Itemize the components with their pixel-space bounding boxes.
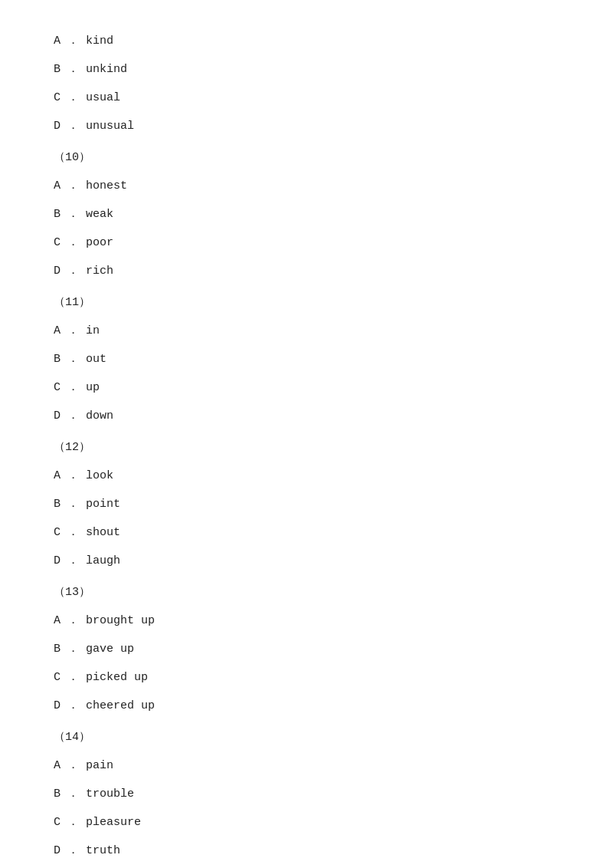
- option-line-5-3: D ． truth: [54, 840, 559, 861]
- option-line-4-3: D ． cheered up: [54, 695, 559, 716]
- option-line-4-2: C ． picked up: [54, 667, 559, 688]
- section-label-3: （12）: [54, 437, 559, 458]
- option-line-0-2: C ． usual: [54, 87, 559, 108]
- main-content: A ． kindB ． unkindC ． usualD ． unusual（1…: [0, 0, 613, 868]
- option-line-2-2: C ． up: [54, 377, 559, 398]
- option-line-0-1: B ． unkind: [54, 59, 559, 80]
- option-line-0-3: D ． unusual: [54, 116, 559, 136]
- option-line-1-0: A ． honest: [54, 176, 559, 196]
- option-line-3-2: C ． shout: [54, 522, 559, 543]
- option-line-5-1: B ． trouble: [54, 784, 559, 804]
- option-line-3-3: D ． laugh: [54, 551, 559, 571]
- option-line-5-0: A ． pain: [54, 755, 559, 776]
- section-label-2: （11）: [54, 292, 559, 313]
- option-line-4-1: B ． gave up: [54, 639, 559, 659]
- option-line-4-0: A ． brought up: [54, 610, 559, 631]
- option-line-2-1: B ． out: [54, 349, 559, 370]
- section-label-1: （10）: [54, 147, 559, 168]
- option-line-2-3: D ． down: [54, 406, 559, 426]
- section-label-5: （14）: [54, 727, 559, 748]
- option-line-1-3: D ． rich: [54, 261, 559, 281]
- option-line-5-2: C ． pleasure: [54, 812, 559, 833]
- option-line-1-1: B ． weak: [54, 204, 559, 225]
- option-line-2-0: A ． in: [54, 321, 559, 341]
- option-line-3-0: A ． look: [54, 465, 559, 486]
- option-line-3-1: B ． point: [54, 494, 559, 515]
- section-label-4: （13）: [54, 582, 559, 603]
- option-line-0-0: A ． kind: [54, 31, 559, 51]
- option-line-1-2: C ． poor: [54, 232, 559, 253]
